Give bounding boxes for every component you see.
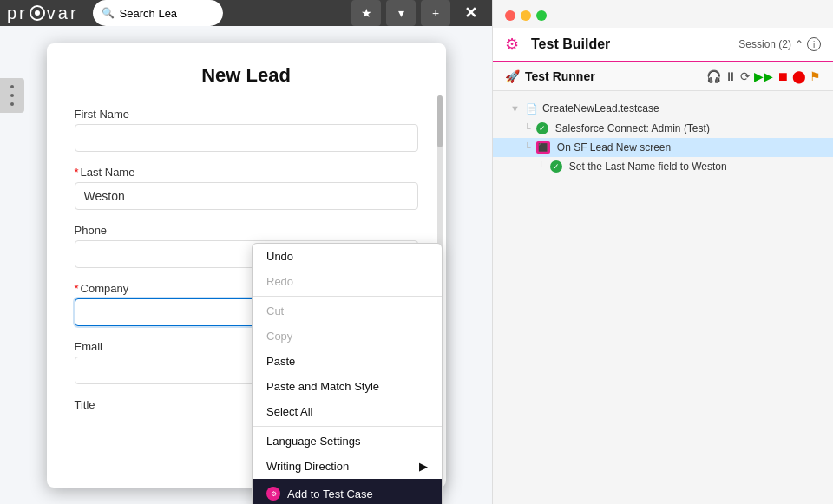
logo-text2: var [47,3,79,23]
traffic-light-red[interactable] [505,10,515,21]
select-all-label: Select All [266,405,312,418]
scrollbar-thumb [437,95,443,147]
check-green-icon2: ✓ [550,160,562,173]
tree-container: ▼ 📄 CreateNewLead.testcase └ ✓ Salesforc… [493,91,833,504]
side-tab-dot [10,85,14,88]
copy-label: Copy [266,330,292,343]
rocket-icon: 🚀 [505,69,520,83]
add-to-test-label: Add to Test Case [287,488,373,501]
context-menu-copy: Copy [253,324,442,349]
context-divider-2 [253,426,442,427]
close-button[interactable]: ✕ [456,0,485,26]
content-area: New Lead First Name Last Name Phone Comp… [0,26,492,504]
context-menu-add-to-test[interactable]: ⚙ Add to Test Case [253,479,442,504]
language-settings-label: Language Settings [266,435,360,448]
chevron-button[interactable]: ▾ [386,0,416,26]
session-label: Session (2) [738,38,791,50]
modal-title: New Lead [75,64,418,87]
context-menu-undo[interactable]: Undo [253,244,442,269]
session-info-icon: i [807,37,821,51]
first-name-label: First Name [75,108,418,121]
plus-icon: + [432,6,439,20]
side-tab-dot [10,102,14,106]
test-builder-header: ⚙ Test Builder Session (2) ⌃ i [493,28,833,62]
last-name-label: Last Name [75,166,418,179]
runner-icon-headset[interactable]: 🎧 [706,69,721,83]
tree-item-testcase[interactable]: ▼ 📄 CreateNewLead.testcase [493,98,833,119]
context-menu-writing[interactable]: Writing Direction ▶ [253,454,442,479]
runner-icon-play[interactable]: ▶▶ [754,69,773,83]
search-icon: 🔍 [102,7,115,19]
test-runner-header: 🚀 Test Runner 🎧 ⏸ ⟳ ▶▶ ⏹ ⬤ ⚑ [493,62,833,91]
context-menu-redo: Redo [253,269,442,294]
writing-direction-label: Writing Direction [266,460,349,473]
tree-item-label-salesforce: Salesforce Connect: Admin (Test) [555,122,710,134]
star-button[interactable]: ★ [351,0,381,26]
last-name-input[interactable] [75,182,418,210]
search-input[interactable] [120,7,214,20]
side-tab-dot [10,94,14,97]
tree-connector-icon2: └ [524,142,531,153]
tree-item-salesforce[interactable]: └ ✓ Salesforce Connect: Admin (Test) [493,119,833,138]
add-button[interactable]: + [421,0,450,26]
submenu-arrow-icon: ▶ [419,460,428,473]
side-tab [0,78,24,113]
test-builder-title: Test Builder [531,36,731,52]
session-info: Session (2) ⌃ i [738,37,821,51]
runner-icon-refresh[interactable]: ⟳ [740,69,751,83]
context-menu-paste[interactable]: Paste [253,349,442,374]
tree-item-sf-lead[interactable]: └ ⬛ On SF Lead New screen [493,138,833,157]
session-chevron-icon: ⌃ [795,38,803,50]
close-icon: ✕ [464,3,477,23]
traffic-light-yellow[interactable] [521,10,531,21]
provar-logo: pr var [7,3,79,23]
tree-item-label-testcase: CreateNewLead.testcase [542,102,659,115]
context-menu-cut: Cut [253,298,442,324]
cut-label: Cut [266,304,284,317]
first-name-group: First Name [75,108,418,152]
traffic-light-green[interactable] [536,10,547,21]
context-menu-select-all[interactable]: Select All [253,399,442,424]
runner-icon-stop[interactable]: ⏹ [777,69,789,83]
context-menu: Undo Redo Cut Copy Paste Paste and Match… [252,243,443,504]
tree-item-label-sf-lead: On SF Lead New screen [557,141,671,154]
tree-item-label-set-lastname: Set the Last Name field to Weston [569,160,727,173]
runner-controls: 🎧 ⏸ ⟳ ▶▶ ⏹ ⬤ ⚑ [706,69,821,83]
check-green-icon: ✓ [536,122,548,134]
test-builder-gear-icon: ⚙ [505,35,524,54]
tree-connector-icon: └ [524,123,531,134]
tree-connector-icon3: └ [538,161,545,172]
context-menu-language[interactable]: Language Settings [253,429,442,454]
test-runner-title: 🚀 Test Runner [505,69,699,83]
right-panel: ⚙ Test Builder Session (2) ⌃ i 🚀 Test Ru… [492,0,833,504]
runner-icon-pause[interactable]: ⏸ [725,69,737,83]
logo-text: pr [7,3,28,23]
screen-icon: ⬛ [536,141,550,154]
left-panel: pr var 🔍 ★ ▾ + ✕ [0,0,492,504]
testcase-file-icon: 📄 [525,101,539,115]
paste-label: Paste [266,355,295,368]
phone-label: Phone [75,224,418,237]
first-name-input[interactable] [75,124,418,152]
star-icon: ★ [361,6,372,20]
runner-icon-flag[interactable]: ⚑ [810,69,821,83]
search-bar[interactable]: 🔍 [93,0,223,26]
context-divider-1 [253,296,442,297]
chevron-down-icon: ▾ [398,6,404,20]
top-bar: pr var 🔍 ★ ▾ + ✕ [0,0,492,26]
logo-gear-icon [30,5,45,21]
runner-icon-record[interactable]: ⬤ [792,69,806,83]
context-menu-paste-match[interactable]: Paste and Match Style [253,374,442,399]
last-name-group: Last Name [75,166,418,210]
tree-item-set-lastname[interactable]: └ ✓ Set the Last Name field to Weston [493,157,833,176]
tree-expand-icon: ▼ [510,103,520,114]
redo-label: Redo [266,275,293,288]
top-bar-actions: ★ ▾ + ✕ [351,0,485,26]
provar-small-icon: ⚙ [266,487,280,501]
test-runner-label: Test Runner [525,69,595,83]
undo-label: Undo [266,250,293,263]
paste-match-label: Paste and Match Style [266,380,379,393]
traffic-lights [493,0,833,28]
